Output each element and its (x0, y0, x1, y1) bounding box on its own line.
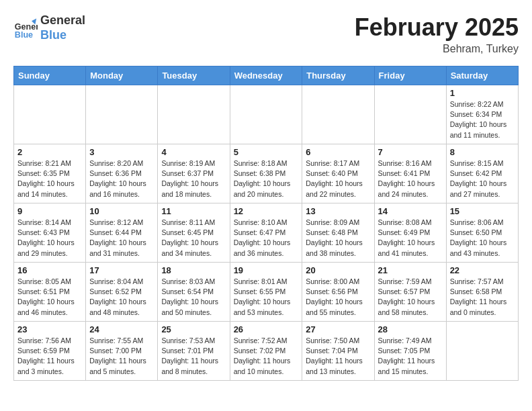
day-number: 17 (89, 265, 154, 275)
calendar-header-row: SundayMondayTuesdayWednesdayThursdayFrid… (14, 66, 519, 85)
calendar-cell: 25Sunrise: 7:53 AMSunset: 7:01 PMDayligh… (158, 322, 230, 381)
day-info: Sunrise: 8:04 AMSunset: 6:52 PMDaylight:… (89, 277, 154, 318)
calendar-cell: 3Sunrise: 8:20 AMSunset: 6:36 PMDaylight… (86, 144, 158, 203)
day-number: 27 (306, 324, 370, 334)
day-info: Sunrise: 8:12 AMSunset: 6:44 PMDaylight:… (89, 218, 154, 259)
day-info: Sunrise: 8:01 AMSunset: 6:55 PMDaylight:… (234, 277, 299, 318)
week-row-5: 23Sunrise: 7:56 AMSunset: 6:59 PMDayligh… (14, 322, 519, 381)
day-info: Sunrise: 8:00 AMSunset: 6:56 PMDaylight:… (306, 277, 370, 318)
day-number: 4 (161, 147, 226, 157)
svg-text:Blue: Blue (15, 30, 33, 40)
day-number: 1 (450, 88, 515, 98)
calendar-cell: 16Sunrise: 8:05 AMSunset: 6:51 PMDayligh… (14, 263, 86, 322)
calendar-cell: 9Sunrise: 8:14 AMSunset: 6:43 PMDaylight… (14, 203, 86, 263)
day-number: 24 (89, 324, 154, 334)
day-info: Sunrise: 7:49 AMSunset: 7:05 PMDaylight:… (378, 336, 443, 377)
calendar-cell: 18Sunrise: 8:03 AMSunset: 6:54 PMDayligh… (158, 263, 230, 322)
calendar-cell: 28Sunrise: 7:49 AMSunset: 7:05 PMDayligh… (374, 322, 446, 381)
calendar-cell: 2Sunrise: 8:21 AMSunset: 6:35 PMDaylight… (14, 144, 86, 203)
location: Behram, Turkey (355, 43, 519, 55)
day-number: 3 (89, 147, 154, 157)
page-header: General Blue General Blue February 2025 … (13, 13, 519, 55)
day-info: Sunrise: 7:52 AMSunset: 7:02 PMDaylight:… (234, 336, 299, 377)
calendar-cell: 4Sunrise: 8:19 AMSunset: 6:37 PMDaylight… (158, 144, 230, 203)
day-number: 19 (234, 265, 299, 275)
calendar-table: SundayMondayTuesdayWednesdayThursdayFrid… (13, 66, 519, 381)
day-info: Sunrise: 8:11 AMSunset: 6:45 PMDaylight:… (161, 218, 226, 259)
calendar-header-wednesday: Wednesday (230, 66, 302, 85)
week-row-2: 2Sunrise: 8:21 AMSunset: 6:35 PMDaylight… (14, 144, 519, 203)
calendar-cell (86, 85, 158, 144)
calendar-cell (14, 85, 86, 144)
day-info: Sunrise: 8:08 AMSunset: 6:49 PMDaylight:… (378, 218, 443, 259)
week-row-1: 1Sunrise: 8:22 AMSunset: 6:34 PMDaylight… (14, 85, 519, 144)
day-number: 28 (378, 324, 443, 334)
calendar-header-monday: Monday (86, 66, 158, 85)
calendar-cell: 7Sunrise: 8:16 AMSunset: 6:41 PMDaylight… (374, 144, 446, 203)
day-info: Sunrise: 8:10 AMSunset: 6:47 PMDaylight:… (234, 218, 299, 259)
day-number: 13 (306, 206, 370, 216)
calendar-cell (230, 85, 302, 144)
day-number: 6 (306, 147, 370, 157)
calendar-header-tuesday: Tuesday (158, 66, 230, 85)
title-block: February 2025 Behram, Turkey (355, 13, 519, 55)
logo: General Blue General Blue (13, 13, 85, 42)
calendar-cell: 27Sunrise: 7:50 AMSunset: 7:04 PMDayligh… (302, 322, 374, 381)
calendar-cell (158, 85, 230, 144)
day-number: 9 (17, 206, 82, 216)
day-number: 26 (234, 324, 299, 334)
calendar-cell: 12Sunrise: 8:10 AMSunset: 6:47 PMDayligh… (230, 203, 302, 263)
day-number: 7 (378, 147, 443, 157)
day-number: 25 (161, 324, 226, 334)
day-info: Sunrise: 7:56 AMSunset: 6:59 PMDaylight:… (17, 336, 82, 377)
day-info: Sunrise: 7:53 AMSunset: 7:01 PMDaylight:… (161, 336, 226, 377)
calendar-cell: 23Sunrise: 7:56 AMSunset: 6:59 PMDayligh… (14, 322, 86, 381)
calendar-header-friday: Friday (374, 66, 446, 85)
calendar-cell: 26Sunrise: 7:52 AMSunset: 7:02 PMDayligh… (230, 322, 302, 381)
day-number: 8 (450, 147, 515, 157)
day-number: 22 (450, 265, 515, 275)
day-number: 16 (17, 265, 82, 275)
calendar-cell (302, 85, 374, 144)
day-number: 15 (450, 206, 515, 216)
day-info: Sunrise: 8:22 AMSunset: 6:34 PMDaylight:… (450, 99, 515, 140)
calendar-cell: 14Sunrise: 8:08 AMSunset: 6:49 PMDayligh… (374, 203, 446, 263)
calendar-cell: 6Sunrise: 8:17 AMSunset: 6:40 PMDaylight… (302, 144, 374, 203)
day-number: 14 (378, 206, 443, 216)
calendar-cell: 15Sunrise: 8:06 AMSunset: 6:50 PMDayligh… (446, 203, 518, 263)
day-number: 10 (89, 206, 154, 216)
day-info: Sunrise: 8:20 AMSunset: 6:36 PMDaylight:… (89, 158, 154, 199)
calendar-cell: 17Sunrise: 8:04 AMSunset: 6:52 PMDayligh… (86, 263, 158, 322)
day-info: Sunrise: 8:09 AMSunset: 6:48 PMDaylight:… (306, 218, 370, 259)
calendar-header-thursday: Thursday (302, 66, 374, 85)
logo-icon: General Blue (13, 16, 38, 40)
calendar-cell: 11Sunrise: 8:11 AMSunset: 6:45 PMDayligh… (158, 203, 230, 263)
day-number: 11 (161, 206, 226, 216)
day-info: Sunrise: 8:05 AMSunset: 6:51 PMDaylight:… (17, 277, 82, 318)
day-number: 18 (161, 265, 226, 275)
day-info: Sunrise: 8:06 AMSunset: 6:50 PMDaylight:… (450, 218, 515, 259)
day-number: 23 (17, 324, 82, 334)
day-info: Sunrise: 8:14 AMSunset: 6:43 PMDaylight:… (17, 218, 82, 259)
day-info: Sunrise: 8:21 AMSunset: 6:35 PMDaylight:… (17, 158, 82, 199)
day-info: Sunrise: 8:03 AMSunset: 6:54 PMDaylight:… (161, 277, 226, 318)
calendar-header-saturday: Saturday (446, 66, 518, 85)
calendar-cell: 22Sunrise: 7:57 AMSunset: 6:58 PMDayligh… (446, 263, 518, 322)
calendar-cell: 21Sunrise: 7:59 AMSunset: 6:57 PMDayligh… (374, 263, 446, 322)
day-info: Sunrise: 8:15 AMSunset: 6:42 PMDaylight:… (450, 158, 515, 199)
week-row-4: 16Sunrise: 8:05 AMSunset: 6:51 PMDayligh… (14, 263, 519, 322)
day-info: Sunrise: 8:18 AMSunset: 6:38 PMDaylight:… (234, 158, 299, 199)
week-row-3: 9Sunrise: 8:14 AMSunset: 6:43 PMDaylight… (14, 203, 519, 263)
calendar-cell: 5Sunrise: 8:18 AMSunset: 6:38 PMDaylight… (230, 144, 302, 203)
calendar-cell: 19Sunrise: 8:01 AMSunset: 6:55 PMDayligh… (230, 263, 302, 322)
day-info: Sunrise: 7:55 AMSunset: 7:00 PMDaylight:… (89, 336, 154, 377)
day-info: Sunrise: 8:19 AMSunset: 6:37 PMDaylight:… (161, 158, 226, 199)
calendar-cell: 20Sunrise: 8:00 AMSunset: 6:56 PMDayligh… (302, 263, 374, 322)
day-info: Sunrise: 7:59 AMSunset: 6:57 PMDaylight:… (378, 277, 443, 318)
calendar-cell: 24Sunrise: 7:55 AMSunset: 7:00 PMDayligh… (86, 322, 158, 381)
day-info: Sunrise: 7:57 AMSunset: 6:58 PMDaylight:… (450, 277, 515, 318)
calendar-cell: 10Sunrise: 8:12 AMSunset: 6:44 PMDayligh… (86, 203, 158, 263)
calendar-cell (446, 322, 518, 381)
day-number: 5 (234, 147, 299, 157)
day-number: 2 (17, 147, 82, 157)
